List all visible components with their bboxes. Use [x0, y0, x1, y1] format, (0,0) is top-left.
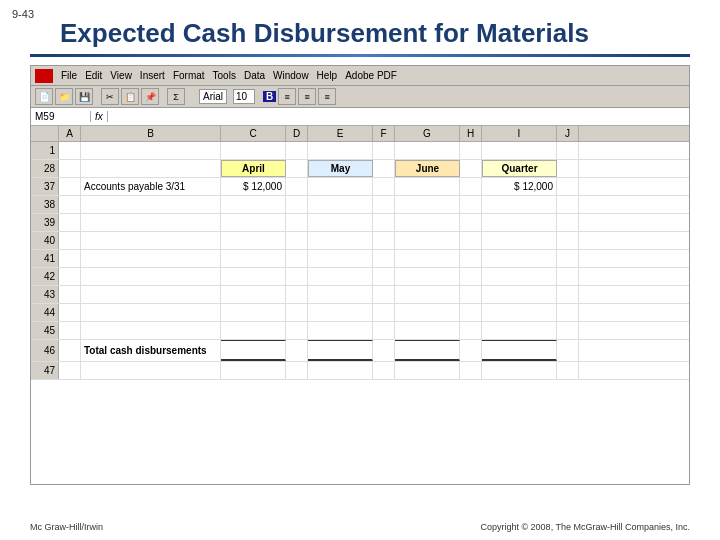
cell-1-f[interactable] — [373, 142, 395, 159]
row-number: 47 — [31, 362, 59, 379]
cell-accounts-payable-label[interactable]: Accounts payable 3/31 — [81, 178, 221, 195]
row-number: 46 — [31, 340, 59, 361]
slide-number: 9-43 — [12, 8, 34, 20]
menu-tools[interactable]: Tools — [213, 70, 236, 81]
menu-window[interactable]: Window — [273, 70, 309, 81]
col-header-c: C — [221, 126, 286, 141]
excel-icon — [35, 69, 53, 83]
cell-37-h[interactable] — [460, 178, 482, 195]
column-headers: A B C D E F G H I J — [31, 126, 689, 142]
col-header-g: G — [395, 126, 460, 141]
col-header-j: J — [557, 126, 579, 141]
cell-april-header[interactable]: April — [221, 160, 286, 177]
row-number: 28 — [31, 160, 59, 177]
cell-37-d[interactable] — [286, 178, 308, 195]
menu-items[interactable]: File Edit View Insert Format Tools Data … — [61, 70, 397, 81]
cell-28-d[interactable] — [286, 160, 308, 177]
cell-total-april[interactable] — [221, 340, 286, 361]
grid: A B C D E F G H I J 1 — [31, 126, 689, 380]
cell-28-j[interactable] — [557, 160, 579, 177]
row-number: 42 — [31, 268, 59, 285]
menu-edit[interactable]: Edit — [85, 70, 102, 81]
cell-1-a[interactable] — [59, 142, 81, 159]
cell-june-header[interactable]: June — [395, 160, 460, 177]
fx-label: fx — [91, 111, 108, 122]
cell-28-b[interactable] — [81, 160, 221, 177]
table-row: 41 — [31, 250, 689, 268]
table-row: 46 Total cash disbursements — [31, 340, 689, 362]
page: 9-43 Expected Cash Disbursement for Mate… — [0, 0, 720, 540]
page-title: Expected Cash Disbursement for Materials — [60, 18, 589, 49]
cell-37-f[interactable] — [373, 178, 395, 195]
col-header-a: A — [59, 126, 81, 141]
menu-adobe[interactable]: Adobe PDF — [345, 70, 397, 81]
footer-left: Mc Graw-Hill/Irwin — [30, 522, 103, 532]
footer: Mc Graw-Hill/Irwin Copyright © 2008, The… — [30, 522, 690, 532]
menu-data[interactable]: Data — [244, 70, 265, 81]
menu-view[interactable]: View — [110, 70, 132, 81]
cell-1-i[interactable] — [482, 142, 557, 159]
menu-format[interactable]: Format — [173, 70, 205, 81]
col-header-d: D — [286, 126, 308, 141]
cell-total-june[interactable] — [395, 340, 460, 361]
row-number: 41 — [31, 250, 59, 267]
bold-button[interactable]: B — [263, 91, 276, 102]
row-number: 45 — [31, 322, 59, 339]
row-number: 44 — [31, 304, 59, 321]
table-row: 38 — [31, 196, 689, 214]
row-number: 37 — [31, 178, 59, 195]
col-header-i: I — [482, 126, 557, 141]
row-number: 39 — [31, 214, 59, 231]
table-row: 42 — [31, 268, 689, 286]
toolbar-open[interactable]: 📁 — [55, 88, 73, 105]
col-header-f: F — [373, 126, 395, 141]
cell-37-j[interactable] — [557, 178, 579, 195]
table-row: 37 Accounts payable 3/31 $ 12,000 $ 12,0… — [31, 178, 689, 196]
cell-quarter-amount[interactable]: $ 12,000 — [482, 178, 557, 195]
cell-1-e[interactable] — [308, 142, 373, 159]
col-header-b: B — [81, 126, 221, 141]
toolbar-save[interactable]: 💾 — [75, 88, 93, 105]
cell-1-c[interactable] — [221, 142, 286, 159]
align-center[interactable]: ≡ — [298, 88, 316, 105]
cell-28-a[interactable] — [59, 160, 81, 177]
cell-quarter-header[interactable]: Quarter — [482, 160, 557, 177]
cell-1-h[interactable] — [460, 142, 482, 159]
cell-37-a[interactable] — [59, 178, 81, 195]
cell-may-header[interactable]: May — [308, 160, 373, 177]
footer-right: Copyright © 2008, The McGraw-Hill Compan… — [480, 522, 690, 532]
toolbar-sigma[interactable]: Σ — [167, 88, 185, 105]
cell-1-d[interactable] — [286, 142, 308, 159]
cell-28-f[interactable] — [373, 160, 395, 177]
table-row: 40 — [31, 232, 689, 250]
toolbar-cut[interactable]: ✂ — [101, 88, 119, 105]
toolbar-new[interactable]: 📄 — [35, 88, 53, 105]
menu-file[interactable]: File — [61, 70, 77, 81]
menu-insert[interactable]: Insert — [140, 70, 165, 81]
cell-1-g[interactable] — [395, 142, 460, 159]
cell-total-quarter[interactable] — [482, 340, 557, 361]
cell-1-j[interactable] — [557, 142, 579, 159]
table-row: 44 — [31, 304, 689, 322]
row-number: 43 — [31, 286, 59, 303]
font-size-box[interactable]: 10 — [233, 89, 255, 104]
toolbar-copy[interactable]: 📋 — [121, 88, 139, 105]
font-name-box[interactable]: Arial — [199, 89, 227, 104]
align-right[interactable]: ≡ — [318, 88, 336, 105]
menu-help[interactable]: Help — [317, 70, 338, 81]
cell-total-may[interactable] — [308, 340, 373, 361]
cell-reference[interactable]: M59 — [31, 111, 91, 122]
cell-total-label[interactable]: Total cash disbursements — [81, 340, 221, 361]
row-number: 40 — [31, 232, 59, 249]
menu-bar[interactable]: File Edit View Insert Format Tools Data … — [31, 66, 689, 86]
cell-37-e[interactable] — [308, 178, 373, 195]
cell-28-h[interactable] — [460, 160, 482, 177]
table-row: 43 — [31, 286, 689, 304]
cell-1-b[interactable] — [81, 142, 221, 159]
row-num-header — [31, 126, 59, 141]
table-row: 28 April May June Quarter — [31, 160, 689, 178]
cell-april-amount[interactable]: $ 12,000 — [221, 178, 286, 195]
toolbar-paste[interactable]: 📌 — [141, 88, 159, 105]
cell-37-g[interactable] — [395, 178, 460, 195]
align-left[interactable]: ≡ — [278, 88, 296, 105]
